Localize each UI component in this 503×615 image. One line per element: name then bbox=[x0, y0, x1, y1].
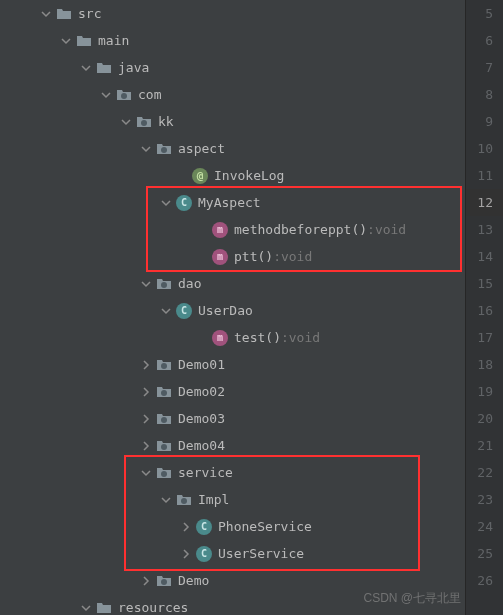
tree-item-label: Impl bbox=[198, 492, 229, 507]
tree-row-com[interactable]: com bbox=[0, 81, 465, 108]
folder-icon bbox=[96, 60, 112, 76]
expand-arrow-icon[interactable] bbox=[40, 8, 52, 20]
svg-point-7 bbox=[161, 444, 167, 450]
package-icon bbox=[156, 573, 172, 589]
tree-item-label: service bbox=[178, 465, 233, 480]
tree-item-label: PhoneService bbox=[218, 519, 312, 534]
annotation-icon: @ bbox=[192, 168, 208, 184]
svg-point-3 bbox=[161, 282, 167, 288]
tree-item-label: main bbox=[98, 33, 129, 48]
expand-arrow-icon[interactable] bbox=[180, 548, 192, 560]
expand-arrow-icon[interactable] bbox=[140, 575, 152, 587]
expand-arrow-icon[interactable] bbox=[120, 116, 132, 128]
line-number: 9 bbox=[466, 108, 503, 135]
tree-row-dao[interactable]: dao bbox=[0, 270, 465, 297]
watermark: CSDN @七寻北里 bbox=[363, 590, 461, 607]
line-number: 24 bbox=[466, 513, 503, 540]
tree-row-demo02[interactable]: Demo02 bbox=[0, 378, 465, 405]
svg-point-2 bbox=[161, 147, 167, 153]
tree-row-impl[interactable]: Impl bbox=[0, 486, 465, 513]
tree-row-methodbeforeppt-[interactable]: mmethodbeforeppt():void bbox=[0, 216, 465, 243]
tree-item-label: UserService bbox=[218, 546, 304, 561]
class-icon: C bbox=[196, 546, 212, 562]
svg-point-4 bbox=[161, 363, 167, 369]
expand-arrow-icon[interactable] bbox=[80, 62, 92, 74]
tree-item-label: InvokeLog bbox=[214, 168, 284, 183]
arrow-spacer bbox=[196, 332, 208, 344]
tree-row-demo03[interactable]: Demo03 bbox=[0, 405, 465, 432]
package-icon bbox=[156, 411, 172, 427]
line-number: 11 bbox=[466, 162, 503, 189]
method-icon: m bbox=[212, 330, 228, 346]
arrow-spacer bbox=[196, 224, 208, 236]
method-signature: :void bbox=[367, 222, 406, 237]
tree-item-label: test() bbox=[234, 330, 281, 345]
tree-row-invokelog[interactable]: @InvokeLog bbox=[0, 162, 465, 189]
tree-row-ptt-[interactable]: mptt():void bbox=[0, 243, 465, 270]
tree-item-label: ptt() bbox=[234, 249, 273, 264]
class-icon: C bbox=[176, 303, 192, 319]
line-number: 14 bbox=[466, 243, 503, 270]
expand-arrow-icon[interactable] bbox=[140, 359, 152, 371]
tree-row-service[interactable]: service bbox=[0, 459, 465, 486]
expand-arrow-icon[interactable] bbox=[140, 440, 152, 452]
tree-item-label: dao bbox=[178, 276, 201, 291]
svg-point-8 bbox=[161, 471, 167, 477]
package-icon bbox=[156, 465, 172, 481]
package-icon bbox=[176, 492, 192, 508]
tree-row-src[interactable]: src bbox=[0, 0, 465, 27]
tree-row-kk[interactable]: kk bbox=[0, 108, 465, 135]
method-icon: m bbox=[212, 222, 228, 238]
tree-row-userdao[interactable]: CUserDao bbox=[0, 297, 465, 324]
package-icon bbox=[156, 141, 172, 157]
svg-point-0 bbox=[121, 93, 127, 99]
tree-row-aspect[interactable]: aspect bbox=[0, 135, 465, 162]
tree-item-label: Demo03 bbox=[178, 411, 225, 426]
method-icon: m bbox=[212, 249, 228, 265]
tree-item-label: methodbeforeppt() bbox=[234, 222, 367, 237]
tree-row-java[interactable]: java bbox=[0, 54, 465, 81]
expand-arrow-icon[interactable] bbox=[140, 143, 152, 155]
line-number: 12 bbox=[466, 189, 503, 216]
expand-arrow-icon[interactable] bbox=[140, 413, 152, 425]
tree-row-userservice[interactable]: CUserService bbox=[0, 540, 465, 567]
line-number: 22 bbox=[466, 459, 503, 486]
tree-item-label: UserDao bbox=[198, 303, 253, 318]
tree-row-myaspect[interactable]: CMyAspect bbox=[0, 189, 465, 216]
tree-row-main[interactable]: main bbox=[0, 27, 465, 54]
arrow-spacer bbox=[176, 170, 188, 182]
expand-arrow-icon[interactable] bbox=[80, 602, 92, 614]
expand-arrow-icon[interactable] bbox=[140, 386, 152, 398]
package-icon bbox=[156, 276, 172, 292]
folder-icon bbox=[96, 600, 112, 616]
tree-item-label: aspect bbox=[178, 141, 225, 156]
expand-arrow-icon[interactable] bbox=[180, 521, 192, 533]
tree-item-label: Demo04 bbox=[178, 438, 225, 453]
editor-gutter: 567891011121314151617181920212223242526 bbox=[465, 0, 503, 615]
folder-icon bbox=[56, 6, 72, 22]
expand-arrow-icon[interactable] bbox=[160, 494, 172, 506]
line-number: 17 bbox=[466, 324, 503, 351]
tree-row-demo04[interactable]: Demo04 bbox=[0, 432, 465, 459]
expand-arrow-icon[interactable] bbox=[100, 89, 112, 101]
expand-arrow-icon[interactable] bbox=[140, 467, 152, 479]
line-number: 13 bbox=[466, 216, 503, 243]
class-icon: C bbox=[196, 519, 212, 535]
tree-item-label: MyAspect bbox=[198, 195, 261, 210]
tree-item-label: java bbox=[118, 60, 149, 75]
package-icon bbox=[116, 87, 132, 103]
tree-row-test-[interactable]: mtest():void bbox=[0, 324, 465, 351]
folder-icon bbox=[76, 33, 92, 49]
expand-arrow-icon[interactable] bbox=[140, 278, 152, 290]
expand-arrow-icon[interactable] bbox=[160, 305, 172, 317]
expand-arrow-icon[interactable] bbox=[60, 35, 72, 47]
line-number: 7 bbox=[466, 54, 503, 81]
expand-arrow-icon[interactable] bbox=[160, 197, 172, 209]
project-tree[interactable]: srcmainjavacomkkaspect@InvokeLogCMyAspec… bbox=[0, 0, 465, 615]
tree-row-demo01[interactable]: Demo01 bbox=[0, 351, 465, 378]
method-signature: :void bbox=[281, 330, 320, 345]
tree-row-phoneservice[interactable]: CPhoneService bbox=[0, 513, 465, 540]
line-number: 19 bbox=[466, 378, 503, 405]
package-icon bbox=[156, 438, 172, 454]
svg-point-1 bbox=[141, 120, 147, 126]
